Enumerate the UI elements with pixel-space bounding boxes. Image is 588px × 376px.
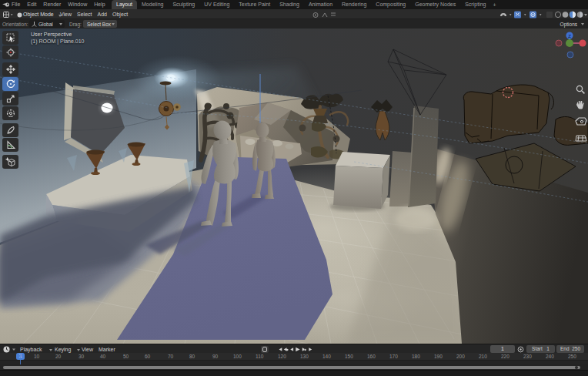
svg-text:Z: Z <box>568 34 571 39</box>
